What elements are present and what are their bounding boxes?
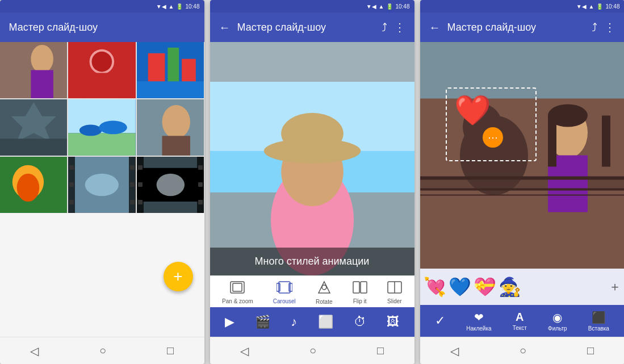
filter-icon: ◉ (552, 311, 562, 324)
timer-icon[interactable]: ⏱ (354, 315, 366, 329)
slider-icon (387, 281, 402, 297)
sticker-label: Наклейка (466, 325, 491, 332)
status-bar-1: ▼◀ ▲ 🔋 10:48 (0, 0, 204, 12)
pan-zoom-label: Pan & zoom (222, 298, 253, 304)
time-display: 10:48 (185, 3, 199, 10)
heart-sticker[interactable]: ❤️ (454, 93, 491, 128)
sticker-options-button[interactable]: ⋯ (483, 127, 503, 148)
anim-carousel[interactable]: Carousel (271, 280, 298, 306)
photo-cell-8[interactable] (68, 157, 136, 213)
recent-nav-3[interactable]: □ (587, 344, 594, 357)
text-action[interactable]: A Текст (513, 311, 527, 331)
photo-cell-4[interactable] (0, 99, 67, 156)
filter-label: Фильтр (548, 325, 567, 332)
nav-bar-2: ◁ ○ □ (210, 337, 414, 364)
home-nav-1[interactable]: ○ (99, 344, 106, 357)
svg-rect-48 (361, 282, 367, 293)
more-icon-2[interactable]: ⋮ (394, 20, 405, 34)
sticker-wizard[interactable]: 🧙 (499, 276, 521, 298)
play-icon[interactable]: ▶ (225, 315, 234, 329)
back-button-2[interactable]: ← (219, 21, 231, 34)
svg-rect-44 (289, 283, 292, 291)
svg-point-46 (322, 285, 326, 290)
carousel-label: Carousel (273, 298, 296, 304)
film-strip-left-2 (137, 157, 144, 213)
slider-label: Slider (387, 298, 402, 304)
signal-icon-2: ▼◀ (366, 3, 376, 10)
home-nav-2[interactable]: ○ (309, 344, 316, 357)
back-nav-2[interactable]: ◁ (240, 344, 249, 358)
recent-nav-1[interactable]: □ (167, 344, 174, 357)
battery-icon: 🔋 (176, 3, 183, 10)
anim-flip[interactable]: Flip it (350, 280, 370, 306)
sticker-action[interactable]: ❤ Наклейка (466, 311, 491, 332)
battery-icon-3: 🔋 (596, 3, 603, 10)
svg-point-27 (85, 173, 119, 196)
share-icon-2[interactable]: ⤴ (382, 21, 387, 34)
frame-icon[interactable]: ⬜ (318, 315, 333, 329)
pan-zoom-icon (230, 281, 245, 297)
photo-icon[interactable]: 🖼 (387, 315, 399, 329)
photo-grid (0, 42, 204, 213)
svg-point-24 (16, 173, 39, 201)
svg-point-17 (79, 124, 102, 136)
back-nav-1[interactable]: ◁ (30, 344, 39, 358)
home-nav-3[interactable]: ○ (520, 344, 526, 357)
add-sticker-button[interactable]: ＋ (609, 278, 621, 295)
photo-cell-2[interactable] (68, 42, 136, 98)
svg-point-5 (92, 52, 112, 72)
portrait-bg (210, 82, 414, 275)
sticker-panel: 💘 💙 💝 🧙 ＋ (420, 269, 625, 305)
anim-rotate[interactable]: Rotate (313, 279, 334, 306)
svg-rect-32 (210, 42, 414, 82)
text-icon: A (516, 311, 524, 324)
insert-action[interactable]: ⬛ Вставка (588, 311, 609, 332)
back-nav-3[interactable]: ◁ (450, 344, 459, 358)
time-display-2: 10:48 (395, 3, 409, 10)
nav-bar-1: ◁ ○ □ (0, 337, 204, 364)
photo-grid-container: + (0, 42, 204, 337)
svg-point-30 (156, 173, 184, 196)
share-icon-3[interactable]: ⤴ (592, 21, 597, 34)
svg-rect-9 (167, 48, 179, 87)
svg-rect-43 (277, 283, 280, 291)
animation-label: Много стилей анимации (210, 248, 414, 275)
flip-icon (353, 281, 367, 297)
sticker-blue-heart[interactable]: 💙 (449, 276, 471, 298)
film-strip-right (129, 157, 136, 213)
photo-cell-9[interactable] (137, 157, 204, 213)
photo-cell-3[interactable] (137, 42, 204, 98)
anim-slider[interactable]: Slider (385, 280, 404, 306)
top-photo-strip (210, 42, 414, 82)
status-icons-1: ▼◀ ▲ 🔋 10:48 (156, 3, 200, 10)
photo-cell-6[interactable] (137, 99, 204, 156)
film-strip-right-2 (197, 157, 204, 213)
battery-icon-2: 🔋 (386, 3, 393, 10)
signal-icon-3: ▼◀ (576, 3, 587, 10)
screen2-main: Много стилей анимации Pan & zoom (210, 42, 414, 364)
wifi-icon: ▲ (169, 3, 174, 10)
photo-cell-5[interactable] (68, 99, 136, 156)
svg-rect-47 (353, 282, 359, 293)
svg-rect-2 (31, 70, 53, 98)
sticker-arrow-heart[interactable]: 💘 (424, 276, 446, 298)
filter-action[interactable]: ◉ Фильтр (548, 311, 567, 332)
more-icon-3[interactable]: ⋮ (604, 20, 615, 34)
svg-point-39 (281, 113, 344, 154)
back-button-3[interactable]: ← (429, 21, 441, 34)
video-icon[interactable]: 🎬 (255, 315, 270, 329)
animation-toolbar: Pan & zoom Carousel (210, 275, 414, 307)
anim-pan-zoom[interactable]: Pan & zoom (220, 280, 255, 306)
app-bar-1: Мастер слайд-шоу (0, 12, 204, 42)
main-photo-area: Много стилей анимации (210, 82, 414, 275)
fab-button[interactable]: + (164, 262, 193, 291)
photo-cell-7[interactable] (0, 157, 67, 213)
recent-nav-2[interactable]: □ (377, 344, 384, 357)
screen-1: ▼◀ ▲ 🔋 10:48 Мастер слайд-шоу (0, 0, 204, 364)
wifi-icon-3: ▲ (589, 3, 594, 10)
sticker-gift-heart[interactable]: 💝 (474, 276, 496, 298)
svg-rect-21 (162, 136, 190, 156)
photo-cell-1[interactable] (0, 42, 67, 98)
confirm-button[interactable]: ✓ (435, 313, 445, 328)
music-icon[interactable]: ♪ (291, 315, 297, 329)
